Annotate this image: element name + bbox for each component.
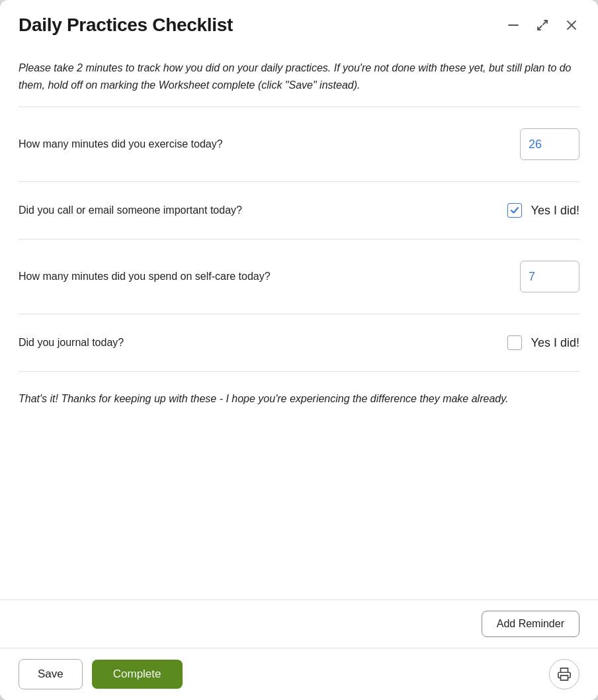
print-icon — [557, 667, 572, 681]
self-care-input[interactable] — [520, 261, 579, 292]
save-button[interactable]: Save — [19, 659, 83, 689]
close-icon — [565, 19, 578, 32]
exercise-input[interactable] — [520, 128, 579, 160]
window-controls — [505, 17, 579, 33]
call-email-checkbox[interactable] — [507, 203, 522, 218]
call-email-checkbox-label: Yes I did! — [531, 204, 579, 218]
question-journal-label: Did you journal today? — [19, 337, 507, 349]
svg-line-2 — [538, 26, 542, 30]
journal-checkbox-label: Yes I did! — [531, 336, 579, 350]
close-button[interactable] — [564, 17, 579, 33]
intro-text: Please take 2 minutes to track how you d… — [19, 46, 579, 107]
footer-bar: Save Complete — [0, 648, 598, 700]
complete-button[interactable]: Complete — [92, 660, 183, 689]
question-exercise: How many minutes did you exercise today? — [19, 107, 579, 182]
restore-icon — [536, 19, 549, 32]
call-email-checkbox-group: Yes I did! — [507, 203, 579, 218]
main-window: Daily Practices Checklist — [0, 0, 598, 700]
svg-rect-5 — [561, 676, 568, 680]
question-journal: Did you journal today? Yes I did! — [19, 314, 579, 372]
reminder-bar: Add Reminder — [0, 599, 598, 648]
print-button[interactable] — [549, 659, 579, 689]
minimize-icon — [507, 19, 520, 32]
minimize-button[interactable] — [505, 17, 521, 33]
restore-button[interactable] — [534, 17, 550, 33]
question-self-care: How many minutes did you spend on self-c… — [19, 240, 579, 314]
outro-text: That's it! Thanks for keeping up with th… — [19, 372, 579, 421]
question-call-email: Did you call or email someone important … — [19, 182, 579, 240]
journal-checkbox[interactable] — [507, 335, 522, 350]
content-area: Please take 2 minutes to track how you d… — [0, 46, 598, 599]
journal-checkbox-group: Yes I did! — [507, 335, 579, 350]
question-call-email-label: Did you call or email someone important … — [19, 204, 507, 216]
title-bar: Daily Practices Checklist — [0, 0, 598, 46]
question-self-care-label: How many minutes did you spend on self-c… — [19, 271, 520, 283]
footer-left: Save Complete — [19, 659, 183, 689]
window-title: Daily Practices Checklist — [19, 15, 233, 36]
question-exercise-label: How many minutes did you exercise today? — [19, 138, 520, 150]
add-reminder-button[interactable]: Add Reminder — [482, 611, 579, 637]
